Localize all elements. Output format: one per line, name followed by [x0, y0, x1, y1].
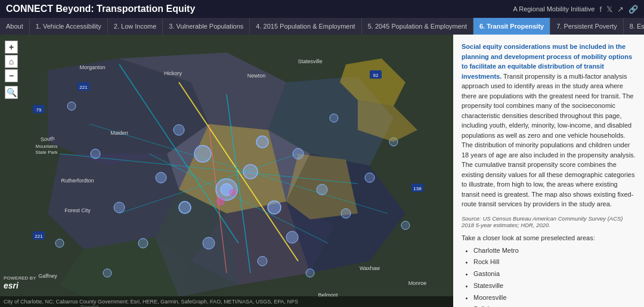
svg-point-25 [179, 201, 191, 213]
svg-point-39 [67, 102, 76, 110]
svg-point-28 [286, 231, 298, 243]
nav-item-0[interactable]: About [0, 18, 30, 35]
svg-text:Rutherfordton: Rutherfordton [61, 178, 94, 184]
nav-item-2[interactable]: 2. Low Income [108, 18, 163, 35]
preselected-item[interactable]: Salisbury [473, 303, 636, 307]
description-body: Transit propensity is a multi-factor ana… [462, 73, 636, 208]
preselected-item[interactable]: Statesville [473, 280, 636, 292]
share-icon[interactable]: ↗ [617, 5, 624, 14]
svg-point-38 [138, 238, 148, 248]
main-content: 79 221 221 138 92 Morganton Hickory Newt… [0, 35, 644, 307]
svg-text:Monroe: Monroe [408, 280, 427, 286]
nav-item-8[interactable]: 8. Essential Services [624, 18, 644, 35]
header: CONNECT Beyond: Transportation Equity A … [0, 0, 644, 18]
map-background: 79 221 221 138 92 Morganton Hickory Newt… [0, 35, 453, 307]
svg-point-46 [217, 198, 224, 205]
nav-item-4[interactable]: 4. 2015 Population & Employment [250, 18, 361, 35]
nav-item-7[interactable]: 7. Persistent Poverty [550, 18, 624, 35]
preselected-title: Take a closer look at some preselected a… [462, 234, 636, 241]
right-panel: Social equity considerations must be inc… [453, 35, 644, 307]
nav-item-6[interactable]: 6. Transit Propensity [473, 18, 550, 35]
svg-text:State Park: State Park [35, 150, 58, 155]
svg-point-32 [114, 202, 125, 213]
svg-point-37 [258, 256, 267, 266]
svg-point-23 [243, 165, 258, 179]
map-tools: + ⌂ − 🔍 [5, 41, 18, 99]
map-svg: 79 221 221 138 92 Morganton Hickory Newt… [0, 35, 453, 307]
svg-text:Waxhaw: Waxhaw [360, 265, 380, 271]
subtitle: A Regional Mobility Initiative [513, 5, 595, 13]
svg-text:92: 92 [373, 73, 379, 78]
map-area[interactable]: 79 221 221 138 92 Morganton Hickory Newt… [0, 35, 453, 307]
svg-point-47 [230, 190, 236, 196]
preselected-item[interactable]: Gastonia [473, 268, 636, 280]
svg-point-22 [194, 145, 211, 162]
svg-text:Maiden: Maiden [110, 130, 128, 136]
svg-point-42 [401, 221, 410, 230]
esri-logo: POWERED BY esri [4, 275, 36, 290]
svg-text:Hickory: Hickory [164, 70, 182, 76]
svg-text:138: 138 [413, 186, 422, 191]
home-button[interactable]: ⌂ [5, 55, 18, 68]
svg-point-33 [293, 148, 304, 159]
svg-text:Morganton: Morganton [79, 64, 105, 70]
svg-point-45 [306, 269, 314, 277]
map-attribution: City of Charlotte, NC; Cabarrus County G… [0, 296, 453, 307]
svg-point-31 [174, 125, 184, 135]
svg-text:Statesville: Statesville [298, 58, 322, 64]
zoom-in-button[interactable]: + [5, 41, 18, 54]
svg-text:Newton: Newton [247, 73, 266, 79]
app-title: CONNECT Beyond: Transportation Equity [6, 4, 195, 14]
svg-point-30 [203, 237, 215, 249]
nav-item-5[interactable]: 5. 2045 Population & Employment [362, 18, 473, 35]
svg-text:221: 221 [79, 85, 88, 90]
preselected-item[interactable]: Rock Hill [473, 256, 636, 268]
svg-text:79: 79 [36, 107, 42, 113]
preselected-item[interactable]: Charlotte Metro [473, 245, 636, 257]
nav-item-1[interactable]: 1. Vehicle Accessibility [30, 18, 108, 35]
app-icon[interactable]: 🔗 [628, 5, 638, 14]
panel-description: Social equity considerations must be inc… [462, 42, 636, 209]
twitter-icon[interactable]: 𝕏 [606, 5, 612, 14]
facebook-icon[interactable]: f [599, 5, 602, 14]
panel-source: Source: US Census Bureau American Commun… [462, 215, 636, 228]
zoom-out-button[interactable]: − [5, 69, 18, 82]
svg-point-44 [103, 269, 112, 277]
svg-text:South: South [41, 135, 55, 142]
preselected-item[interactable]: Mooresville [473, 292, 636, 304]
svg-point-27 [156, 172, 166, 183]
header-right: A Regional Mobility Initiative f 𝕏 ↗ 🔗 [513, 5, 638, 14]
svg-text:Forest City: Forest City [64, 207, 91, 213]
navbar: About1. Vehicle Accessibility2. Low Inco… [0, 18, 644, 35]
svg-text:Gaffney: Gaffney [38, 273, 57, 279]
svg-point-43 [55, 239, 64, 247]
nav-item-3[interactable]: 3. Vulnerable Populations [163, 18, 250, 35]
svg-point-35 [341, 209, 351, 218]
preselected-list: Charlotte MetroRock HillGastoniaStatesvi… [462, 245, 636, 308]
svg-point-34 [91, 149, 100, 159]
search-button[interactable]: 🔍 [5, 86, 18, 99]
svg-point-26 [256, 136, 268, 148]
svg-text:Mountains: Mountains [36, 144, 58, 149]
svg-point-24 [268, 201, 281, 214]
svg-point-36 [365, 173, 374, 182]
svg-text:221: 221 [35, 234, 43, 239]
svg-point-29 [317, 184, 327, 195]
svg-point-40 [330, 114, 338, 122]
